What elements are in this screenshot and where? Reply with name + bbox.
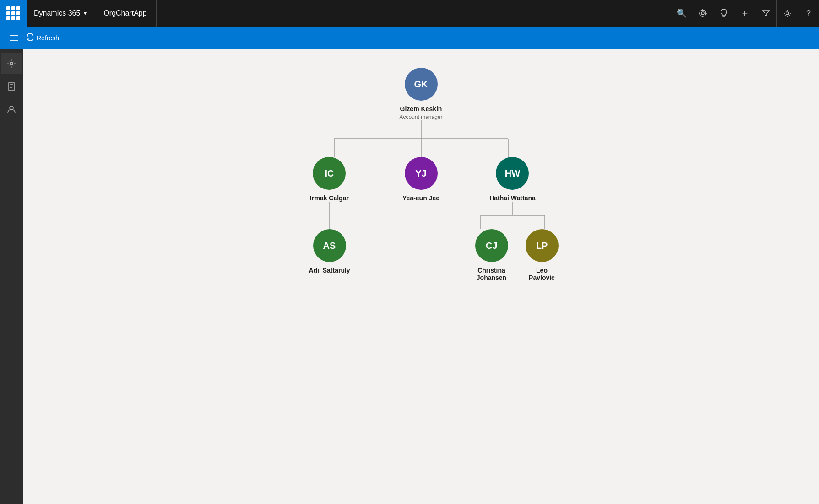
name-gizem-keskin: Gizem Keskin [400,105,442,113]
title-gizem-keskin: Account manager [399,114,442,120]
main-area: GK Gizem Keskin Account manager [0,49,819,504]
svg-point-0 [700,10,706,16]
top-bar: Dynamics 365 ▾ OrgChartApp 🔍 + [0,0,819,27]
add-button[interactable]: + [734,0,755,27]
avatar-hw: HW [496,157,529,190]
hw-to-children-connector [467,202,559,229]
node-irmak-calgar[interactable]: IC Irmak Calgar [310,157,349,202]
nav-actions: 🔍 + [671,0,819,27]
target-button[interactable] [692,0,713,27]
hw-subtree: HW Hathai Wattana [467,157,559,281]
dynamics-nav[interactable]: Dynamics 365 ▾ [27,0,94,27]
ic-subtree: IC Irmak Calgar AS Adil Sattaruly [284,157,375,274]
menu-icon[interactable] [5,30,22,46]
node-yea-eun-jee[interactable]: YJ Yea-eun Jee [402,157,439,202]
yj-subtree: YJ Yea-eun Jee [375,157,467,202]
name-christina-johansen: Christina Johansen [467,267,516,281]
gear-button[interactable] [777,0,798,27]
toolbar: Refresh [0,27,819,49]
avatar-ic: IC [313,157,346,190]
svg-point-1 [701,12,704,15]
level1-row: IC Irmak Calgar AS Adil Sattaruly [284,157,559,281]
node-hathai-wattana[interactable]: HW Hathai Wattana [489,157,536,202]
refresh-label: Refresh [37,34,59,42]
name-leo-pavlovic: Leo Pavlovic [526,267,559,281]
hw-children-row: CJ Christina Johansen LP Leo Pavlovic [467,229,559,281]
avatar-cj: CJ [475,229,508,262]
content-area: GK Gizem Keskin Account manager [23,49,819,504]
node-adil-sattaruly[interactable]: AS Adil Sattaruly [309,229,350,274]
org-chart-wrapper: GK Gizem Keskin Account manager [284,68,559,281]
help-button[interactable]: ? [798,0,819,27]
lightbulb-button[interactable] [713,0,734,27]
svg-point-13 [10,62,13,65]
dynamics-chevron: ▾ [84,10,87,16]
filter-button[interactable] [755,0,776,27]
name-yea-eun-jee: Yea-eun Jee [402,194,439,202]
avatar-gk: GK [405,68,438,101]
avatar-as: AS [313,229,346,262]
root-to-l1-connector [284,120,559,157]
node-christina-johansen[interactable]: CJ Christina Johansen [467,229,516,281]
sidebar-reports[interactable] [1,76,22,97]
sidebar-people[interactable] [1,99,22,120]
name-irmak-calgar: Irmak Calgar [310,194,349,202]
search-button[interactable]: 🔍 [671,0,692,27]
svg-marker-8 [763,11,769,16]
sidebar [0,49,23,504]
refresh-button[interactable]: Refresh [22,31,64,45]
refresh-icon [27,33,34,43]
app-name: OrgChartApp [94,0,156,27]
name-adil-sattaruly: Adil Sattaruly [309,267,350,274]
svg-rect-14 [8,83,15,90]
node-leo-pavlovic[interactable]: LP Leo Pavlovic [526,229,559,281]
svg-point-9 [786,12,789,15]
avatar-lp: LP [526,229,559,262]
node-gizem-keskin[interactable]: GK Gizem Keskin Account manager [399,68,442,120]
ic-to-as-connector [327,202,332,229]
dynamics-label: Dynamics 365 [34,9,80,17]
app-launcher[interactable] [0,0,27,27]
name-hathai-wattana: Hathai Wattana [489,194,536,202]
waffle-icon [6,6,20,20]
sidebar-settings[interactable] [1,53,22,74]
avatar-yj: YJ [405,157,438,190]
